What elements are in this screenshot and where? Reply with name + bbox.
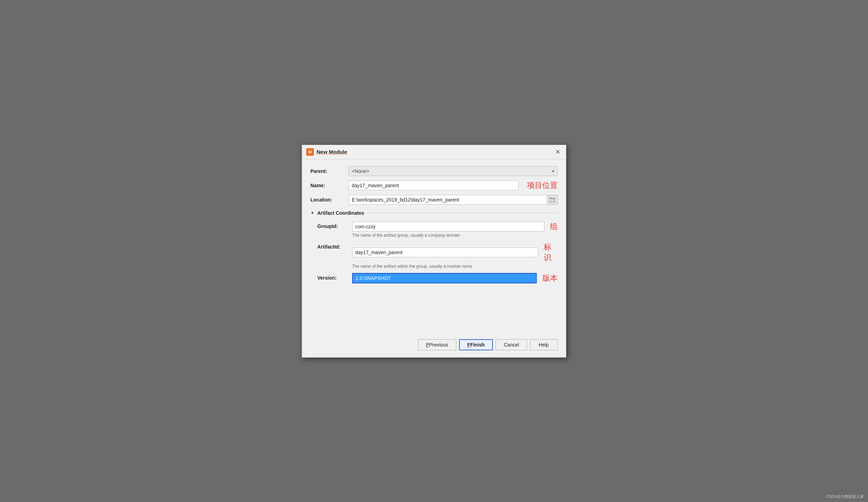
groupid-annotation: 组	[550, 221, 558, 232]
groupid-input[interactable]	[352, 222, 544, 231]
svg-text:M: M	[308, 150, 311, 154]
artifact-fields: GroupId: 组 The name of the artifact grou…	[310, 221, 558, 283]
name-input[interactable]	[349, 181, 519, 190]
version-row: Version: 版本	[317, 273, 558, 283]
artifactid-help: The name of the artifact within the grou…	[352, 264, 558, 269]
artifact-section-title: Artifact Coordinates	[317, 210, 364, 216]
help-button[interactable]: Help	[530, 339, 558, 350]
name-field-wrapper	[349, 181, 519, 190]
close-button[interactable]: ✕	[553, 148, 562, 156]
help-button-label: Help	[539, 342, 549, 348]
content-spacer	[310, 285, 558, 327]
previous-button-label: PPrevious	[426, 342, 448, 348]
module-icon: M	[306, 148, 314, 156]
previous-button[interactable]: PPrevious	[418, 339, 456, 350]
artifactid-field-wrapper: 标识 The name of the artifact within the g…	[352, 242, 558, 272]
title-bar: M New Module ✕	[302, 145, 566, 159]
name-label: Name:	[310, 183, 349, 188]
location-input[interactable]	[349, 195, 558, 205]
artifactid-row: ArtifactId: 标识 The name of the artifact …	[317, 242, 558, 272]
watermark: CSDN@大数据老人家	[826, 494, 864, 499]
finish-button-label: FFinish	[467, 342, 485, 348]
artifactid-label: ArtifactId:	[317, 242, 352, 250]
artifactid-input[interactable]	[352, 248, 538, 257]
groupid-row: GroupId: 组 The name of the artifact grou…	[317, 221, 558, 241]
artifact-section-divider: ▼ Artifact Coordinates	[310, 210, 558, 216]
new-module-dialog: M New Module ✕ Parent: <None> ▾ Name: 项目…	[302, 145, 566, 358]
version-label: Version:	[317, 273, 352, 281]
version-input[interactable]	[352, 273, 537, 283]
button-bar: PPrevious FFinish Cancel Help	[302, 334, 566, 357]
version-field-wrapper: 版本	[352, 273, 558, 283]
cancel-button[interactable]: Cancel	[496, 339, 527, 350]
collapse-triangle-icon[interactable]: ▼	[310, 211, 315, 215]
browse-folder-button[interactable]	[547, 195, 558, 205]
parent-select-wrapper: <None> ▾	[349, 166, 558, 176]
parent-label: Parent:	[310, 168, 349, 174]
name-row: Name: 项目位置	[310, 180, 558, 191]
location-row: Location:	[310, 195, 558, 205]
groupid-help: The name of the artifact group, usually …	[352, 233, 558, 238]
version-annotation: 版本	[542, 273, 558, 283]
groupid-label: GroupId:	[317, 221, 352, 229]
cancel-button-label: Cancel	[504, 342, 519, 348]
dialog-body: Parent: <None> ▾ Name: 项目位置 Location:	[302, 159, 566, 334]
title-bar-left: M New Module	[306, 148, 347, 156]
location-field-wrapper	[349, 195, 558, 205]
dialog-title: New Module	[317, 149, 347, 155]
parent-select[interactable]: <None>	[349, 166, 558, 176]
groupid-field-wrapper: 组 The name of the artifact group, usuall…	[352, 221, 558, 241]
parent-row: Parent: <None> ▾	[310, 166, 558, 176]
location-label: Location:	[310, 197, 349, 203]
location-annotation: 项目位置	[527, 180, 558, 191]
artifactid-annotation: 标识	[544, 242, 558, 263]
section-divider-line	[367, 213, 558, 213]
finish-button[interactable]: FFinish	[459, 339, 493, 350]
